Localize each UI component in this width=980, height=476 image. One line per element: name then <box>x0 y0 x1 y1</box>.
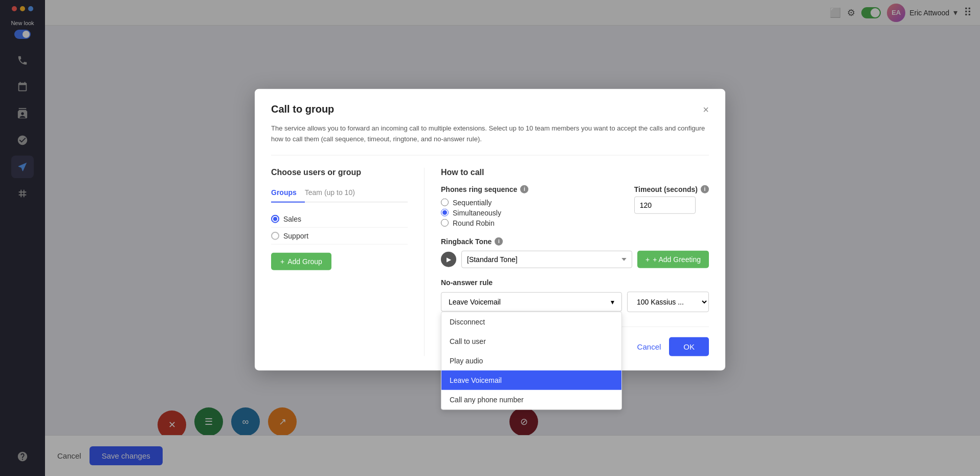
no-answer-row: Leave Voicemail ▾ Disconnect Call to use… <box>441 291 709 312</box>
call-to-group-modal: Call to group × The service allows you t… <box>255 89 725 371</box>
add-group-button[interactable]: + Add Group <box>271 252 331 270</box>
add-greeting-button[interactable]: + + Add Greeting <box>637 250 709 268</box>
no-answer-dropdown: Disconnect Call to user Play audio Leave… <box>441 311 622 409</box>
modal-description: The service allows you to forward an inc… <box>271 123 709 156</box>
dropdown-item-disconnect[interactable]: Disconnect <box>441 312 621 331</box>
right-panel: How to call Phones ring sequence i Seque… <box>425 167 709 356</box>
ringback-label: Ringback Tone i <box>441 237 709 245</box>
dropdown-item-call-any-phone[interactable]: Call any phone number <box>441 390 621 409</box>
timeout-input[interactable] <box>634 196 696 213</box>
phones-ring-info-icon: i <box>520 185 528 193</box>
support-label: Support <box>283 231 308 240</box>
group-support[interactable]: Support <box>271 227 408 244</box>
timeout-label: Timeout (seconds) i <box>634 185 709 193</box>
dropdown-item-play-audio[interactable]: Play audio <box>441 351 621 370</box>
plus-icon: + <box>280 257 284 265</box>
plus-icon: + <box>645 255 650 263</box>
sales-label: Sales <box>283 214 301 223</box>
dropdown-item-leave-voicemail[interactable]: Leave Voicemail <box>441 370 621 390</box>
tab-team[interactable]: Team (up to 10) <box>305 185 363 202</box>
tab-groups[interactable]: Groups <box>271 185 305 202</box>
group-sales[interactable]: Sales <box>271 210 408 227</box>
timeout-group: Timeout (seconds) i <box>634 185 709 213</box>
no-answer-select-wrapper: Leave Voicemail ▾ Disconnect Call to use… <box>441 292 622 311</box>
phones-ring-label: Phones ring sequence i <box>441 185 528 193</box>
modal-body: Choose users or group Groups Team (up to… <box>271 167 709 356</box>
modal-cancel-button[interactable]: Cancel <box>637 342 661 351</box>
ringback-info-icon: i <box>495 237 503 245</box>
option-sequentially[interactable]: Sequentially <box>441 198 528 206</box>
add-group-label: Add Group <box>287 257 322 265</box>
modal-ok-button[interactable]: OK <box>669 337 709 356</box>
add-greeting-label: + Add Greeting <box>653 255 701 263</box>
modal-title: Call to group <box>271 103 334 115</box>
support-radio[interactable] <box>271 231 279 240</box>
left-panel: Choose users or group Groups Team (up to… <box>271 167 425 356</box>
timeout-info-icon: i <box>701 185 709 193</box>
right-panel-title: How to call <box>441 167 709 177</box>
dropdown-item-call-to-user[interactable]: Call to user <box>441 331 621 351</box>
no-answer-label: No-answer rule <box>441 278 709 286</box>
ring-sequence-row: Phones ring sequence i Sequentially Simu… <box>441 185 709 227</box>
ringback-select[interactable]: [Standard Tone] <box>461 250 632 268</box>
voicemail-user-select[interactable]: 100 Kassius ... <box>627 291 709 312</box>
tab-bar: Groups Team (up to 10) <box>271 185 408 202</box>
ring-options: Sequentially Simultaneously Round Robin <box>441 198 528 227</box>
modal-header: Call to group × <box>271 103 709 115</box>
sales-radio[interactable] <box>271 214 279 223</box>
chevron-down-icon: ▾ <box>611 297 614 306</box>
no-answer-select[interactable]: Leave Voicemail ▾ <box>441 292 622 311</box>
left-panel-title: Choose users or group <box>271 167 408 177</box>
option-simultaneously[interactable]: Simultaneously <box>441 208 528 217</box>
play-button[interactable]: ▶ <box>441 251 456 267</box>
option-round-robin[interactable]: Round Robin <box>441 219 528 227</box>
modal-close-button[interactable]: × <box>703 104 709 114</box>
ringback-row: ▶ [Standard Tone] + + Add Greeting <box>441 250 709 268</box>
